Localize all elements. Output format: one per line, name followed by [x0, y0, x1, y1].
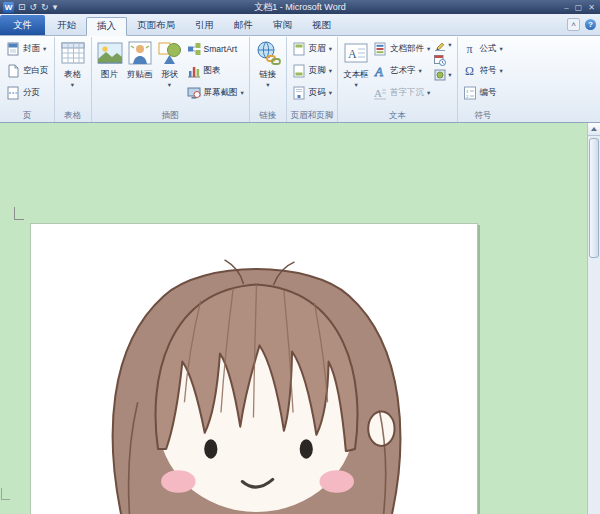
cover-page-button[interactable]: 封面 ▾	[4, 38, 48, 60]
vertical-scrollbar[interactable]	[587, 123, 600, 514]
dropdown-icon: ▾	[427, 46, 430, 53]
header-button[interactable]: 页眉 ▾	[290, 38, 334, 60]
shapes-label: 形状	[161, 69, 178, 81]
dropdown-icon: ▾	[354, 82, 357, 89]
word-logo-icon[interactable]: W	[3, 2, 14, 13]
page-break-icon	[6, 86, 20, 100]
undo-icon[interactable]: ↺	[30, 3, 38, 12]
picture-label: 图片	[101, 69, 118, 81]
quick-parts-icon	[373, 42, 387, 56]
group-label-symbols: 符号	[461, 109, 505, 122]
tab-view[interactable]: 视图	[302, 16, 341, 35]
group-label-links: 链接	[253, 109, 283, 122]
ribbon-group-symbols: π 公式 ▾ Ω 符号 ▾ 12 编号 符号	[458, 37, 508, 122]
blank-page-icon	[6, 64, 20, 78]
dropdown-icon: ▾	[448, 42, 451, 49]
clip-art-button[interactable]: 剪贴画	[125, 38, 155, 81]
drop-cap-label: 首字下沉	[390, 87, 424, 99]
dropdown-icon: ▾	[329, 46, 332, 53]
links-button[interactable]: 链接 ▾	[253, 38, 283, 89]
tab-insert[interactable]: 插入	[86, 17, 127, 36]
drop-cap-icon: A	[373, 86, 387, 100]
group-label-text: 文本	[341, 109, 454, 122]
table-label: 表格	[64, 69, 81, 81]
equation-label: 公式	[480, 43, 497, 55]
maximize-button[interactable]: ▢	[575, 3, 583, 12]
page-number-button[interactable]: 页码 ▾	[290, 82, 334, 104]
dropdown-icon: ▾	[71, 82, 74, 89]
dropdown-icon: ▾	[419, 68, 422, 75]
scrollbar-thumb[interactable]	[589, 138, 599, 258]
ribbon-group-text: A 文本框 ▾ 文档部件 ▾ A	[338, 37, 458, 122]
document-page[interactable]	[30, 223, 478, 514]
qat-dropdown-icon[interactable]: ▾	[53, 3, 58, 12]
cover-page-label: 封面	[23, 43, 40, 55]
number-label: 编号	[480, 87, 497, 99]
dropdown-icon: ▾	[329, 68, 332, 75]
ribbon-tab-row: 文件 开始 插入 页面布局 引用 邮件 审阅 视图 ˄ ?	[0, 14, 600, 36]
header-label: 页眉	[309, 43, 326, 55]
scroll-up-icon	[591, 127, 597, 131]
collapse-ribbon-icon[interactable]: ˄	[567, 18, 580, 31]
header-icon	[292, 42, 306, 56]
scroll-up-button[interactable]	[588, 123, 600, 136]
wordart-label: 艺术字	[390, 65, 416, 77]
symbol-button[interactable]: Ω 符号 ▾	[461, 60, 505, 82]
wordart-icon: A	[373, 64, 387, 78]
drop-cap-button[interactable]: A 首字下沉 ▾	[371, 82, 432, 104]
clip-art-label: 剪贴画	[127, 69, 153, 81]
help-icon[interactable]: ?	[585, 19, 596, 30]
tab-file[interactable]: 文件	[0, 15, 45, 35]
number-icon: 12	[463, 86, 477, 100]
page-number-label: 页码	[309, 87, 326, 99]
clip-art-icon	[127, 40, 153, 68]
text-box-button[interactable]: A 文本框 ▾	[341, 38, 371, 89]
text-box-label: 文本框	[343, 69, 369, 81]
save-icon[interactable]: ⊡	[18, 3, 26, 12]
quick-access-toolbar: W ⊡ ↺ ↻ ▾	[0, 2, 57, 13]
dropdown-icon: ▾	[266, 82, 269, 89]
redo-icon[interactable]: ↻	[41, 3, 49, 12]
chart-button[interactable]: 图表	[185, 60, 246, 82]
object-button[interactable]: ▾	[432, 68, 453, 83]
page-break-button[interactable]: 分页	[4, 82, 42, 104]
tab-review[interactable]: 审阅	[263, 16, 302, 35]
tab-references[interactable]: 引用	[185, 16, 224, 35]
close-button[interactable]: ✕	[588, 3, 595, 12]
equation-icon: π	[463, 42, 477, 57]
tab-page-layout[interactable]: 页面布局	[127, 16, 185, 35]
tab-mailings[interactable]: 邮件	[224, 16, 263, 35]
link-icon	[255, 40, 281, 68]
titlebar: W ⊡ ↺ ↻ ▾ 文档1 - Microsoft Word – ▢ ✕	[0, 0, 600, 14]
dropdown-icon: ▾	[43, 46, 46, 53]
chart-icon	[187, 64, 201, 78]
smartart-icon	[187, 42, 201, 56]
links-label: 链接	[259, 69, 276, 81]
equation-button[interactable]: π 公式 ▾	[461, 38, 505, 60]
smartart-label: SmartArt	[204, 44, 238, 54]
number-button[interactable]: 12 编号	[461, 82, 499, 104]
document-area[interactable]	[0, 123, 600, 514]
table-button[interactable]: 表格 ▾	[58, 38, 88, 89]
smartart-button[interactable]: SmartArt	[185, 38, 246, 60]
dropdown-icon: ▾	[427, 90, 430, 97]
minimize-button[interactable]: –	[564, 3, 568, 12]
inserted-picture-girl[interactable]	[91, 250, 421, 514]
symbol-icon: Ω	[463, 64, 477, 79]
tab-home[interactable]: 开始	[47, 16, 86, 35]
chart-label: 图表	[204, 65, 221, 77]
shapes-button[interactable]: 形状 ▾	[155, 38, 185, 89]
quick-parts-button[interactable]: 文档部件 ▾	[371, 38, 432, 60]
quick-parts-label: 文档部件	[390, 43, 424, 55]
wordart-button[interactable]: A 艺术字 ▾	[371, 60, 432, 82]
window-title: 文档1 - Microsoft Word	[0, 1, 600, 14]
blank-page-button[interactable]: 空白页	[4, 60, 51, 82]
picture-button[interactable]: 图片	[95, 38, 125, 81]
screenshot-button[interactable]: 屏幕截图 ▾	[185, 82, 246, 104]
footer-button[interactable]: 页脚 ▾	[290, 60, 334, 82]
svg-text:A: A	[374, 87, 382, 99]
screenshot-label: 屏幕截图	[204, 87, 238, 99]
ribbon-group-header-footer: 页眉 ▾ 页脚 ▾ 页码 ▾ 页眉和页脚	[287, 37, 338, 122]
cover-page-icon	[6, 42, 20, 56]
margin-mark-bottom-left	[1, 488, 10, 500]
